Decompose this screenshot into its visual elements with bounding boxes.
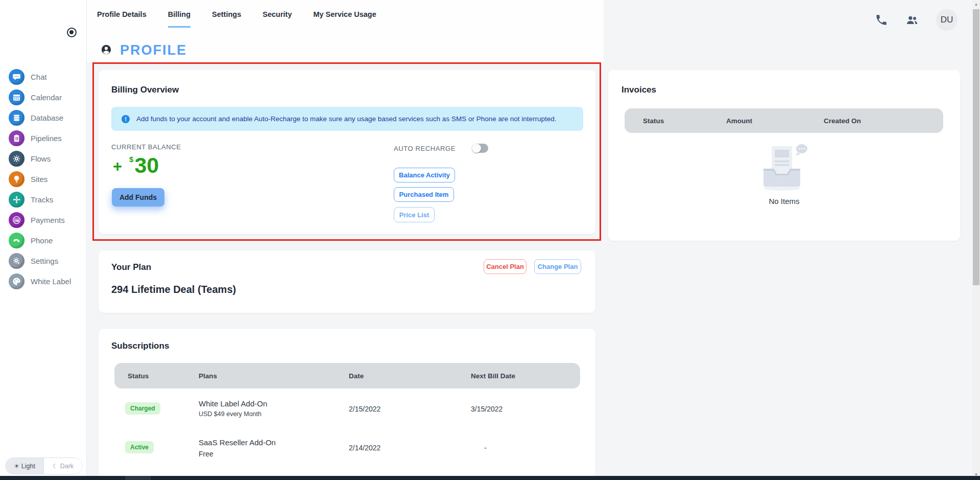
status-badge: Charged	[125, 402, 160, 415]
theme-dark-label: Dark	[60, 463, 74, 470]
page-header: PROFILE	[101, 42, 187, 58]
sidebar-item-label: Settings	[31, 257, 58, 265]
theme-dark-button[interactable]: ☾ Dark	[44, 458, 82, 474]
billing-overview-card: Billing Overview ! Add funds to your acc…	[99, 70, 595, 234]
tab-security[interactable]: Security	[262, 10, 292, 28]
tab-billing[interactable]: Billing	[168, 10, 190, 28]
auto-recharge-label: AUTO RECHARGE	[394, 145, 456, 152]
user-avatar[interactable]: DU	[936, 9, 958, 31]
bottom-bar	[0, 476, 980, 480]
column-status: Status	[643, 108, 664, 133]
tracks-icon	[9, 192, 25, 208]
database-icon	[9, 110, 25, 126]
sidebar-item-label: Database	[31, 113, 63, 122]
price-list-button[interactable]: Price List	[394, 207, 435, 222]
sidebar-item-payments[interactable]: Payments	[0, 210, 87, 230]
auto-recharge-toggle[interactable]	[472, 144, 488, 153]
profile-person-icon	[101, 44, 112, 57]
subscriptions-table-header: Status Plans Date Next Bill Date	[114, 363, 580, 388]
horizontal-scroll-thumb[interactable]	[125, 476, 151, 480]
current-balance-label: CURRENT BALANCE	[111, 143, 181, 151]
moon-icon: ☾	[53, 463, 58, 470]
scrollbar-thumb[interactable]	[973, 9, 979, 285]
date-cell: 2/15/2022	[349, 405, 380, 413]
add-funds-button[interactable]: Add Funds	[112, 188, 164, 207]
vertical-scrollbar[interactable]: ▲ ▼	[972, 0, 980, 480]
column-status: Status	[128, 363, 149, 388]
tab-profile-details[interactable]: Profile Details	[97, 10, 147, 28]
sidebar-item-label: Chat	[31, 73, 47, 81]
status-badge: Active	[125, 441, 154, 453]
page-title: PROFILE	[120, 42, 187, 58]
invoices-card: Invoices Status Amount Created On No Ite…	[608, 70, 960, 241]
next-bill-date-cell: 3/15/2022	[471, 405, 503, 413]
purchased-item-button[interactable]: Purchased Item	[394, 187, 454, 202]
column-created-on: Created On	[824, 108, 861, 133]
next-bill-date-cell: -	[484, 444, 487, 452]
flows-icon	[9, 151, 25, 167]
column-plans: Plans	[199, 363, 217, 388]
sidebar-collapse-toggle[interactable]	[67, 28, 77, 37]
settings-icon	[9, 253, 25, 269]
subscriptions-card: Subscriptions Status Plans Date Next Bil…	[99, 329, 595, 480]
column-date: Date	[349, 363, 364, 388]
balance-currency: $	[129, 155, 133, 164]
sidebar-item-database[interactable]: Database	[0, 107, 87, 128]
pipelines-icon	[9, 130, 25, 146]
plan-name: 294 Lifetime Deal (Teams)	[111, 284, 236, 295]
sidebar-item-settings[interactable]: Settings	[0, 250, 87, 271]
sidebar-item-phone[interactable]: Phone	[0, 230, 87, 250]
column-next-bill-date: Next Bill Date	[471, 363, 515, 388]
sidebar-item-tracks[interactable]: Tracks	[0, 189, 87, 210]
sidebar: Chat Calendar Database Pipelines Flows S…	[0, 0, 87, 480]
plan-detail-cell: Free	[199, 450, 213, 458]
info-icon: !	[122, 115, 130, 123]
change-plan-button[interactable]: Change Plan	[534, 259, 581, 274]
sidebar-item-label: Calendar	[31, 93, 62, 102]
invoices-title: Invoices	[622, 85, 656, 95]
calendar-icon	[9, 89, 25, 105]
scroll-up-icon[interactable]: ▲	[972, 2, 980, 7]
subscriptions-title: Subscriptions	[111, 341, 169, 351]
sidebar-item-label: White Label	[31, 277, 71, 286]
sites-icon	[9, 171, 25, 187]
sidebar-item-label: Sites	[31, 175, 47, 184]
balance-sign: +	[113, 157, 122, 175]
cancel-plan-button[interactable]: Cancel Plan	[484, 259, 527, 274]
date-cell: 2/14/2022	[349, 444, 380, 452]
profile-tabs: Profile Details Billing Settings Securit…	[97, 10, 376, 28]
phone-icon	[9, 233, 25, 248]
sidebar-item-label: Flows	[31, 154, 51, 163]
current-balance-value: +$30	[113, 152, 159, 181]
your-plan-title: Your Plan	[111, 262, 151, 272]
theme-light-label: Light	[21, 463, 35, 470]
billing-alert-text: Add funds to your account and enable Aut…	[136, 115, 557, 123]
sidebar-item-pipelines[interactable]: Pipelines	[0, 128, 87, 148]
plan-cell: White Label Add-On	[199, 399, 267, 408]
tab-settings[interactable]: Settings	[212, 10, 241, 28]
empty-inbox-icon	[756, 142, 812, 194]
toggle-knob	[472, 144, 481, 153]
invoices-empty-state: No Items	[608, 142, 960, 205]
topbar-actions: DU	[875, 9, 958, 31]
sidebar-item-white-label[interactable]: White Label	[0, 271, 87, 291]
sidebar-item-label: Pipelines	[31, 134, 62, 143]
payments-icon	[9, 212, 25, 228]
sun-icon: ☀	[14, 463, 19, 470]
tab-my-service-usage[interactable]: My Service Usage	[313, 10, 376, 28]
theme-toggle: ☀ Light ☾ Dark	[5, 458, 83, 474]
chat-icon	[9, 69, 25, 85]
phone-call-icon[interactable]	[875, 13, 888, 27]
theme-light-button[interactable]: ☀ Light	[6, 458, 44, 474]
your-plan-card: Your Plan 294 Lifetime Deal (Teams) Canc…	[99, 250, 595, 313]
sidebar-item-label: Phone	[31, 236, 53, 245]
auto-recharge-row: AUTO RECHARGE	[394, 144, 488, 153]
sidebar-item-flows[interactable]: Flows	[0, 148, 87, 169]
sidebar-item-calendar[interactable]: Calendar	[0, 87, 87, 107]
sidebar-item-sites[interactable]: Sites	[0, 169, 87, 189]
sidebar-item-chat[interactable]: Chat	[0, 66, 87, 87]
balance-amount: 30	[134, 153, 159, 177]
balance-activity-button[interactable]: Balance Activity	[394, 168, 455, 182]
users-icon[interactable]	[905, 13, 919, 27]
billing-overview-title: Billing Overview	[111, 85, 179, 95]
